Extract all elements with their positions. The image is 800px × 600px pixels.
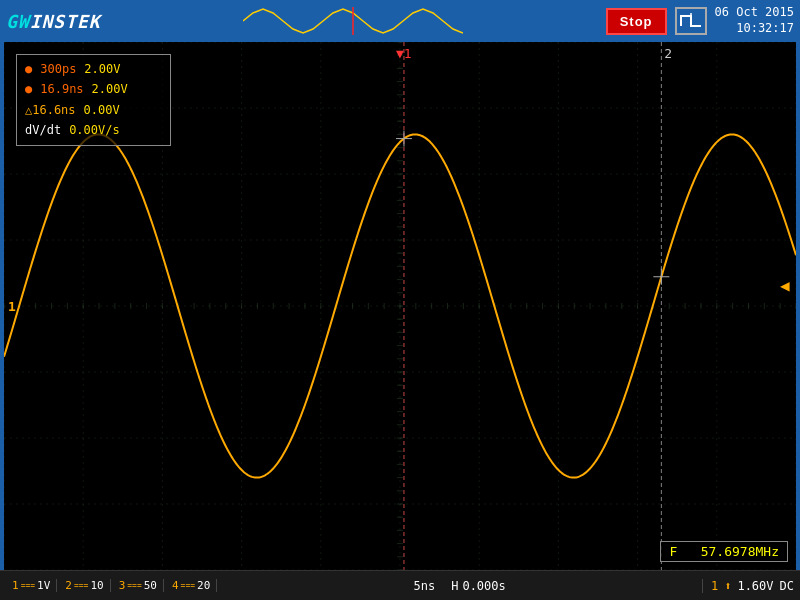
time-status: 5ns H 0.000s [219,579,700,593]
ch4-scale: 20 [197,579,210,592]
trigger-icon[interactable] [675,7,707,35]
coupling-label: DC [780,579,794,593]
ch4-number: 4 [172,579,179,592]
trig-voltage: 1.60V [737,579,773,593]
ch4-line: === [181,581,195,590]
trigger-status: 1 ⬆ 1.60V DC [702,579,794,593]
logo: GWINSTEK [6,11,101,32]
ch3-number: 3 [119,579,126,592]
ch1-time: 300ps [40,59,76,79]
delta-label: △16.6ns [25,100,76,120]
freq-label: F [669,544,677,559]
status-bar: 1 === 1V 2 === 10 3 === 50 4 === 20 5ns … [0,570,800,600]
ch1-number: 1 [12,579,19,592]
ch4-status: 4 === 20 [166,579,217,592]
ch1-marker: ● [25,59,32,79]
ch1-line: === [21,581,35,590]
time-per-div: 5ns [413,579,435,593]
delta-voltage: 0.00V [84,100,154,120]
ch3-status: 3 === 50 [113,579,164,592]
frequency-box: F 57.6978MHz [660,541,788,562]
ch2-marker: ● [25,79,32,99]
ch2-number: 2 [65,579,72,592]
ch1-scale: 1V [37,579,50,592]
trig-arrow-icon: ⬆ [724,579,731,593]
ch2-status: 2 === 10 [59,579,110,592]
waveform-preview [109,6,598,36]
trig-ch: 1 [711,579,718,593]
ch2-scale: 10 [90,579,103,592]
oscilloscope-screen: ▼1 2 ● 300ps 2.00V ● 16.9ns 2.00V △16.6n… [4,42,796,570]
freq-value: 57.6978MHz [701,544,779,559]
measurement-box: ● 300ps 2.00V ● 16.9ns 2.00V △16.6ns 0.0… [16,54,171,146]
ch3-scale: 50 [144,579,157,592]
ch2-voltage: 2.00V [92,79,162,99]
ch2-line: === [74,581,88,590]
top-bar: GWINSTEK Stop 06 Oct 2015 10:32:17 [0,0,800,42]
ch2-time: 16.9ns [40,79,83,99]
h-delay-value: 0.000s [462,579,505,593]
dvdt-value: 0.00V/s [69,120,139,140]
stop-button[interactable]: Stop [606,8,667,35]
datetime: 06 Oct 2015 10:32:17 [715,5,794,36]
h-icon: H [451,579,458,593]
h-delay: H 0.000s [451,579,506,593]
dvdt-label: dV/dt [25,120,61,140]
ch1-status: 1 === 1V [6,579,57,592]
ch1-voltage: 2.00V [84,59,154,79]
ch3-line: === [127,581,141,590]
